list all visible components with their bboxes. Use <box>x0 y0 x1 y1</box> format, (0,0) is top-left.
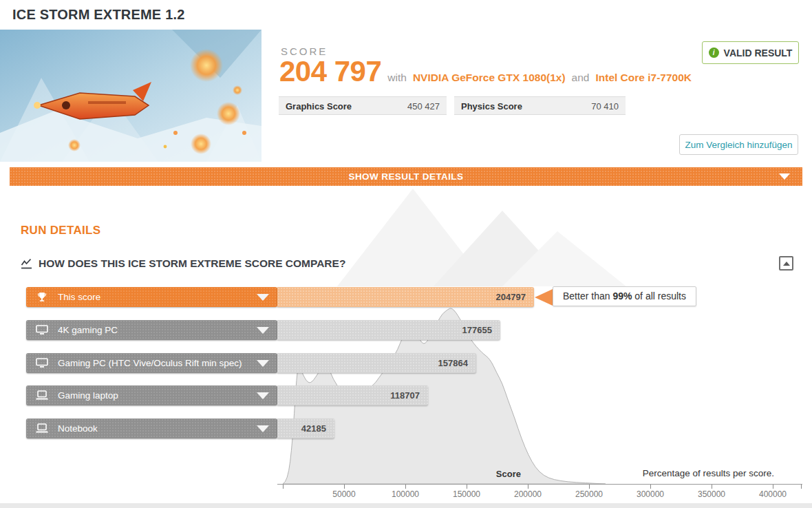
score-row: 204 797 with NVIDIA GeForce GTX 1080(1x)… <box>279 55 692 88</box>
axis-tick-label: 300000 <box>626 489 674 499</box>
compare-bar-value: 204797 <box>496 292 526 302</box>
trophy-icon <box>36 292 50 303</box>
x-axis <box>277 484 802 485</box>
result-banner-image <box>0 30 261 162</box>
info-icon: i <box>709 47 719 58</box>
laptop-icon <box>36 390 50 401</box>
triangle-up-icon <box>783 262 790 266</box>
chevron-down-icon <box>779 173 790 180</box>
compare-bar-value: 177655 <box>462 325 492 335</box>
compare-bar-value: 118707 <box>390 390 420 401</box>
score-and-text: and <box>572 72 590 84</box>
compare-bar-2: 157864 <box>277 353 476 373</box>
compare-bar-selector-4[interactable]: Notebook <box>26 419 277 438</box>
compare-bar-0: 204797 <box>277 287 534 307</box>
axis-tick <box>801 485 802 489</box>
graphics-score-label: Graphics Score <box>286 97 352 114</box>
graphics-score-box: Graphics Score 450 427 <box>279 96 447 115</box>
chevron-down-icon <box>257 360 269 367</box>
compare-bar-value: 42185 <box>301 423 326 434</box>
compare-bar-selector-3[interactable]: Gaming laptop <box>26 385 277 405</box>
axis-tick-label: 150000 <box>442 489 491 499</box>
physics-score-label: Physics Score <box>461 97 522 114</box>
compare-bar-label: 4K gaming PC <box>58 325 257 335</box>
chart-line-icon <box>21 258 32 270</box>
compare-bar-label: Notebook <box>58 423 257 434</box>
gpu-name: NVIDIA GeForce GTX 1080(1x) <box>413 72 566 84</box>
compare-bar-1: 177655 <box>277 320 500 340</box>
axis-tick-label: 50000 <box>320 489 368 499</box>
axis-tick <box>650 485 651 489</box>
desktop-icon <box>36 325 50 336</box>
laptop-icon <box>36 423 50 434</box>
add-to-comparison-button[interactable]: Zum Vergleich hinzufügen <box>679 134 798 155</box>
compare-bar-3: 118707 <box>277 385 428 405</box>
page-title: ICE STORM EXTREME 1.2 <box>12 7 185 23</box>
compare-bar-value: 157864 <box>438 358 468 368</box>
score-with-text: with <box>387 72 407 84</box>
axis-tick <box>712 485 712 489</box>
axis-tick <box>467 485 467 489</box>
desktop-icon <box>36 358 50 369</box>
chevron-down-icon <box>257 327 269 334</box>
compare-bar-selector-0[interactable]: This score <box>26 287 277 307</box>
axis-tick <box>405 485 406 489</box>
ice-storm-artwork <box>0 30 261 162</box>
compare-bar-selector-1[interactable]: 4K gaming PC <box>26 320 277 340</box>
axis-tick <box>589 485 590 489</box>
run-details-heading: RUN DETAILS <box>21 224 100 237</box>
collapse-section-button[interactable] <box>779 256 793 271</box>
axis-tick <box>283 485 284 489</box>
mountain-watermark <box>310 183 626 286</box>
percentage-note: Percentage of results per score. <box>568 468 774 478</box>
benchmark-result-page: ICE STORM EXTREME 1.2 <box>0 0 812 508</box>
physics-score-value: 70 410 <box>591 97 619 114</box>
show-result-details-bar[interactable]: SHOW RESULT DETAILS <box>10 167 802 186</box>
axis-tick-label: 250000 <box>565 489 613 499</box>
compare-bar-label: This score <box>58 292 257 302</box>
chevron-down-icon <box>257 294 269 301</box>
axis-tick-label: 200000 <box>504 489 552 499</box>
x-axis-title: Score <box>452 469 521 479</box>
callout-arrow-icon <box>535 289 553 306</box>
axis-tick-label: 350000 <box>687 489 736 499</box>
subscores: Graphics Score 450 427 Physics Score 70 … <box>279 96 626 115</box>
compare-bar-4: 42185 <box>277 419 334 438</box>
chevron-down-icon <box>257 425 269 432</box>
axis-tick-label: 400000 <box>749 489 797 499</box>
axis-tick <box>344 485 345 489</box>
compare-bar-selector-2[interactable]: Gaming PC (HTC Vive/Oculus Rift min spec… <box>26 353 277 373</box>
better-than-callout: Better than 99% of all results <box>553 286 696 306</box>
compare-bar-label: Gaming PC (HTC Vive/Oculus Rift min spec… <box>58 358 257 368</box>
axis-tick <box>773 485 773 489</box>
chevron-down-icon <box>257 392 269 399</box>
valid-result-button[interactable]: i VALID RESULT <box>702 41 799 64</box>
valid-result-label: VALID RESULT <box>724 47 793 59</box>
axis-tick-label: 100000 <box>381 489 429 499</box>
physics-score-box: Physics Score 70 410 <box>454 96 626 115</box>
page-bottom-strip <box>0 503 812 508</box>
axis-tick <box>528 485 528 489</box>
score-value: 204 797 <box>279 55 381 88</box>
compare-bar-label: Gaming laptop <box>58 390 257 401</box>
score-distribution-curve <box>277 279 802 485</box>
compare-section-title: HOW DOES THIS ICE STORM EXTREME SCORE CO… <box>39 257 345 270</box>
show-result-details-label: SHOW RESULT DETAILS <box>349 171 464 182</box>
graphics-score-value: 450 427 <box>407 97 440 114</box>
cpu-name: Intel Core i7-7700K <box>595 72 692 84</box>
compare-section-header: HOW DOES THIS ICE STORM EXTREME SCORE CO… <box>21 257 345 270</box>
